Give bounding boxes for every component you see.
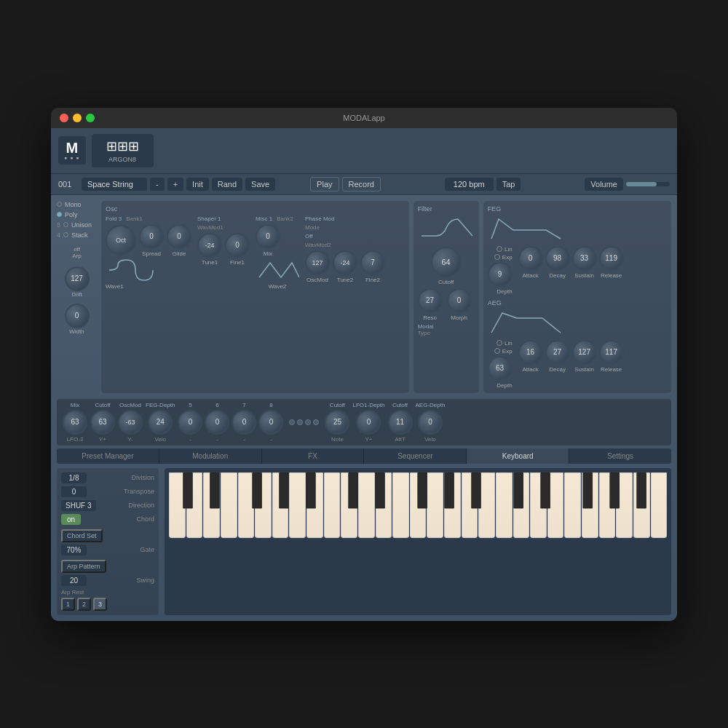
mono-option[interactable]: Mono xyxy=(57,201,97,208)
feg-sustain-knob[interactable]: 33 xyxy=(572,246,597,271)
arp-num-1[interactable]: 1 xyxy=(61,598,75,611)
rand-button[interactable]: Rand xyxy=(212,178,242,191)
mod-cutoff1-knob[interactable]: 63 xyxy=(90,410,115,435)
white-key[interactable] xyxy=(410,472,427,538)
mod-cutoff3-knob[interactable]: 11 xyxy=(388,410,413,435)
tab-modulation[interactable]: Modulation xyxy=(159,448,262,464)
white-key[interactable] xyxy=(444,472,461,538)
reso-knob[interactable]: 27 xyxy=(418,288,443,313)
mod-slot8-knob[interactable]: 0 xyxy=(258,410,283,435)
white-key[interactable] xyxy=(427,472,443,538)
tab-preset-manager[interactable]: Preset Manager xyxy=(57,448,159,464)
minus-button[interactable]: - xyxy=(150,178,165,191)
save-button[interactable]: Save xyxy=(245,178,275,191)
aeg-decay-knob[interactable]: 27 xyxy=(545,340,570,365)
init-button[interactable]: Init xyxy=(186,178,209,191)
white-key[interactable] xyxy=(616,472,633,538)
white-key[interactable] xyxy=(496,472,513,538)
mono-radio[interactable] xyxy=(57,202,62,207)
oscmod-knob[interactable]: 127 xyxy=(305,250,330,275)
minimize-button[interactable] xyxy=(73,114,82,122)
arp-num-3[interactable]: 3 xyxy=(93,598,107,611)
spread-knob[interactable]: 0 xyxy=(139,224,164,249)
feg-sustain-val: 33 xyxy=(580,254,588,262)
white-key[interactable] xyxy=(392,472,409,538)
bpm-display[interactable]: 120 bpm xyxy=(445,178,494,191)
white-key[interactable] xyxy=(462,472,478,538)
aeg-release-knob[interactable]: 117 xyxy=(599,340,624,365)
white-key[interactable] xyxy=(169,472,186,538)
mod-oscmod-knob[interactable]: -63 xyxy=(118,410,143,435)
white-key[interactable] xyxy=(651,472,668,538)
stack-radio[interactable] xyxy=(63,232,68,237)
tab-fx[interactable]: FX xyxy=(262,448,365,464)
white-key[interactable] xyxy=(633,472,650,538)
unison-radio[interactable] xyxy=(63,222,68,227)
feg-release-knob[interactable]: 119 xyxy=(599,246,624,271)
white-key[interactable] xyxy=(530,472,547,538)
white-key[interactable] xyxy=(513,472,530,538)
white-key[interactable] xyxy=(186,472,203,538)
white-key[interactable] xyxy=(203,472,220,538)
mod-mix-knob[interactable]: 63 xyxy=(63,410,87,435)
mod-slot7-knob[interactable]: 0 xyxy=(232,410,256,435)
tune1-knob[interactable]: -24 xyxy=(197,233,222,258)
tab-keyboard[interactable]: Keyboard xyxy=(467,448,569,464)
fine1-knob[interactable]: 0 xyxy=(225,233,250,258)
white-key[interactable] xyxy=(376,472,392,538)
white-key[interactable] xyxy=(341,472,357,538)
mix-knob[interactable]: 0 xyxy=(256,224,280,249)
white-key[interactable] xyxy=(478,472,495,538)
mod-lfo1-knob[interactable]: 0 xyxy=(356,410,381,435)
arp-num-2[interactable]: 2 xyxy=(77,598,91,611)
mod-feg-knob[interactable]: 24 xyxy=(148,410,173,435)
feg-decay-knob[interactable]: 98 xyxy=(545,246,570,271)
cutoff-knob[interactable]: 64 xyxy=(431,247,462,277)
white-key[interactable] xyxy=(358,472,375,538)
drift-knob[interactable]: 127 xyxy=(65,266,90,291)
white-key[interactable] xyxy=(255,472,272,538)
white-key[interactable] xyxy=(599,472,616,538)
record-button[interactable]: Record xyxy=(342,177,381,191)
morph-knob[interactable]: 0 xyxy=(447,288,472,313)
tab-sequencer[interactable]: Sequencer xyxy=(364,448,467,464)
stack-option[interactable]: Stack xyxy=(63,232,88,239)
feg-attack-knob[interactable]: 0 xyxy=(518,246,543,271)
fine2-knob[interactable]: 7 xyxy=(360,250,385,275)
tap-button[interactable]: Tap xyxy=(496,178,521,191)
mod-slot5-knob[interactable]: 0 xyxy=(178,410,202,435)
play-button[interactable]: Play xyxy=(310,177,339,191)
aeg-decay-label: Decay xyxy=(549,366,566,373)
oct-knob[interactable]: Oct xyxy=(106,225,136,256)
tune2-knob[interactable]: -24 xyxy=(333,250,357,275)
white-key[interactable] xyxy=(547,472,564,538)
aeg-depth-knob[interactable]: 63 xyxy=(488,356,513,381)
white-key[interactable] xyxy=(324,472,341,538)
mod-slot6-knob[interactable]: 0 xyxy=(205,410,229,435)
unison-option[interactable]: Unison xyxy=(63,221,92,229)
white-key[interactable] xyxy=(306,472,323,538)
tab-settings[interactable]: Settings xyxy=(569,448,671,464)
aeg-attack-knob[interactable]: 16 xyxy=(518,340,543,365)
close-button[interactable] xyxy=(60,114,68,122)
chord-toggle[interactable]: on xyxy=(61,514,81,525)
feg-depth-knob[interactable]: 9 xyxy=(488,262,513,287)
white-key[interactable] xyxy=(564,472,581,538)
white-key[interactable] xyxy=(272,472,289,538)
white-key[interactable] xyxy=(221,472,237,538)
poly-option[interactable]: Poly xyxy=(57,211,97,218)
width-knob[interactable]: 0 xyxy=(65,304,90,328)
white-key[interactable] xyxy=(582,472,598,538)
glide-knob[interactable]: 0 xyxy=(167,224,191,249)
white-key[interactable] xyxy=(289,472,306,538)
mod-cutoff2-knob[interactable]: 25 xyxy=(325,410,349,435)
white-key[interactable] xyxy=(238,472,255,538)
plus-button[interactable]: + xyxy=(167,178,183,191)
maximize-button[interactable] xyxy=(86,114,95,122)
chord-set-button[interactable]: Chord Set xyxy=(61,529,103,542)
arp-pattern-button[interactable]: Arp Pattern xyxy=(61,560,106,573)
preset-name[interactable]: Space String xyxy=(82,178,147,191)
mod-aeg-knob[interactable]: 0 xyxy=(418,410,443,435)
aeg-sustain-knob[interactable]: 127 xyxy=(572,340,597,365)
poly-radio[interactable] xyxy=(57,212,62,217)
